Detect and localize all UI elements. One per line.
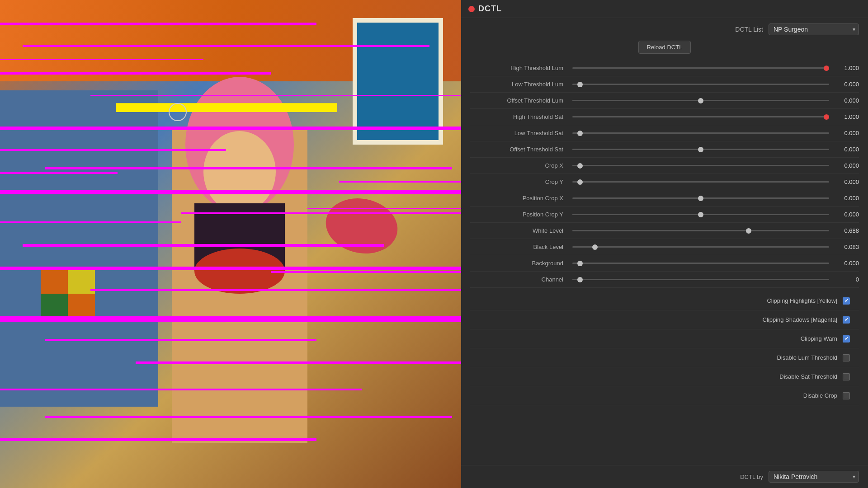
param-row-low-threshold-sat: Low Threshold Sat0.000: [470, 125, 859, 141]
param-label: White Level: [470, 227, 570, 234]
dctl-by-label: DCTL by: [740, 474, 763, 480]
reload-dctl-button[interactable]: Reload DCTL: [638, 41, 691, 54]
dctl-by-dropdown[interactable]: Nikita Petrovich: [769, 471, 859, 483]
param-label: High Threshold Sat: [470, 113, 570, 120]
param-slider-container: [570, 116, 832, 117]
checkbox-row-disable-crop: Disable Crop: [470, 386, 859, 405]
checkbox-label: Disable Sat Threshold: [779, 373, 837, 380]
param-label: Low Threshold Sat: [470, 130, 570, 136]
checkbox-input[interactable]: [843, 316, 850, 324]
param-slider[interactable]: [572, 84, 829, 85]
panel-title: DCTL: [478, 4, 502, 14]
param-label: Crop Y: [470, 178, 570, 185]
param-row-offset-threshold-sat: Offset Threshold Sat0.000: [470, 141, 859, 158]
param-row-background: Background0.000: [470, 255, 859, 272]
param-value: 1.000: [832, 65, 859, 71]
dctl-by-dropdown-wrapper: Nikita Petrovich ▾: [769, 471, 859, 483]
checkbox-row-clipping-warn: Clipping Warn: [470, 329, 859, 348]
checkbox-row-disable-sat-threshold: Disable Sat Threshold: [470, 367, 859, 386]
param-value: 0.688: [832, 227, 859, 234]
checkbox-row-clipping-highlights-[yellow]: Clipping Highlights [Yellow]: [470, 291, 859, 310]
params-container: High Threshold Lum1.000Low Threshold Lum…: [470, 60, 859, 288]
param-label: Background: [470, 260, 570, 267]
param-slider-container: [570, 149, 832, 150]
param-value: 0.000: [832, 211, 859, 218]
param-row-position-crop-y: Position Crop Y0.000: [470, 206, 859, 223]
param-value: 0.000: [832, 97, 859, 104]
param-label: Position Crop X: [470, 195, 570, 202]
checkbox-label: Clipping Highlights [Yellow]: [767, 297, 837, 304]
red-dot-indicator: [468, 6, 475, 12]
param-slider[interactable]: [572, 100, 829, 101]
checkbox-label: Clipping Warn: [801, 335, 837, 342]
param-slider[interactable]: [572, 149, 829, 150]
param-value: 0.000: [832, 178, 859, 185]
dctl-list-dropdown-wrapper: NP Surgeon ▾: [769, 23, 859, 35]
param-slider[interactable]: [572, 116, 829, 117]
checkboxes-container: Clipping Highlights [Yellow]Clipping Sha…: [470, 291, 859, 405]
param-slider-container: [570, 214, 832, 215]
param-value: 0.000: [832, 162, 859, 169]
param-slider[interactable]: [572, 165, 829, 166]
checkbox-label: Disable Crop: [803, 392, 837, 399]
param-value: 0.083: [832, 244, 859, 250]
param-label: Low Threshold Lum: [470, 81, 570, 88]
param-slider-container: [570, 263, 832, 264]
param-slider[interactable]: [572, 279, 829, 280]
param-label: Channel: [470, 276, 570, 283]
param-slider[interactable]: [572, 214, 829, 215]
dctl-list-dropdown[interactable]: NP Surgeon: [769, 23, 859, 35]
param-row-channel: Channel0: [470, 272, 859, 288]
param-value: 0.000: [832, 260, 859, 267]
right-panel: DCTL DCTL List NP Surgeon ▾ Reload DCTL …: [461, 0, 868, 488]
param-value: 0.000: [832, 130, 859, 136]
param-slider-container: [570, 246, 832, 248]
param-row-high-threshold-sat: High Threshold Sat1.000: [470, 109, 859, 125]
param-row-offset-threshold-lum: Offset Threshold Lum0.000: [470, 93, 859, 109]
param-slider-container: [570, 230, 832, 231]
panel-header: DCTL: [461, 0, 868, 18]
param-row-position-crop-x: Position Crop X0.000: [470, 190, 859, 206]
param-slider-container: [570, 67, 832, 69]
param-label: High Threshold Lum: [470, 65, 570, 71]
param-slider-container: [570, 165, 832, 166]
param-slider-container: [570, 181, 832, 183]
param-label: Offset Threshold Sat: [470, 146, 570, 153]
yellow-band: [116, 103, 337, 111]
param-slider[interactable]: [572, 197, 829, 199]
panel-content: DCTL List NP Surgeon ▾ Reload DCTL High …: [461, 18, 868, 465]
checkbox-row-clipping-shadows-[magenta]: Clipping Shadows [Magenta]: [470, 310, 859, 329]
checkbox-input[interactable]: [843, 335, 850, 343]
param-slider[interactable]: [572, 132, 829, 134]
param-value: 0.000: [832, 146, 859, 153]
param-value: 0: [832, 276, 859, 283]
checkbox-input[interactable]: [843, 297, 850, 305]
param-row-crop-y: Crop Y0.000: [470, 174, 859, 190]
param-row-crop-x: Crop X0.000: [470, 158, 859, 174]
param-slider[interactable]: [572, 246, 829, 248]
param-slider[interactable]: [572, 263, 829, 264]
param-slider-container: [570, 132, 832, 134]
param-row-low-threshold-lum: Low Threshold Lum0.000: [470, 76, 859, 93]
checkbox-input[interactable]: [843, 392, 850, 399]
param-label: Crop X: [470, 162, 570, 169]
checkbox-input[interactable]: [843, 354, 850, 361]
param-label: Offset Threshold Lum: [470, 97, 570, 104]
checkbox-input[interactable]: [843, 373, 850, 380]
param-label: Position Crop Y: [470, 211, 570, 218]
dctl-list-row: DCTL List NP Surgeon ▾: [470, 23, 859, 35]
param-value: 0.000: [832, 81, 859, 88]
param-value: 1.000: [832, 113, 859, 120]
param-label: Black Level: [470, 244, 570, 250]
param-value: 0.000: [832, 195, 859, 202]
param-slider[interactable]: [572, 181, 829, 183]
param-row-black-level: Black Level0.083: [470, 239, 859, 255]
param-slider-container: [570, 279, 832, 280]
param-slider-container: [570, 84, 832, 85]
dctl-by-row: DCTL by Nikita Petrovich ▾: [461, 465, 868, 488]
checkbox-label: Clipping Shadows [Magenta]: [763, 316, 838, 323]
param-slider[interactable]: [572, 67, 829, 69]
dctl-list-label: DCTL List: [735, 26, 763, 33]
param-slider[interactable]: [572, 230, 829, 231]
checkbox-label: Disable Lum Threshold: [777, 354, 837, 361]
